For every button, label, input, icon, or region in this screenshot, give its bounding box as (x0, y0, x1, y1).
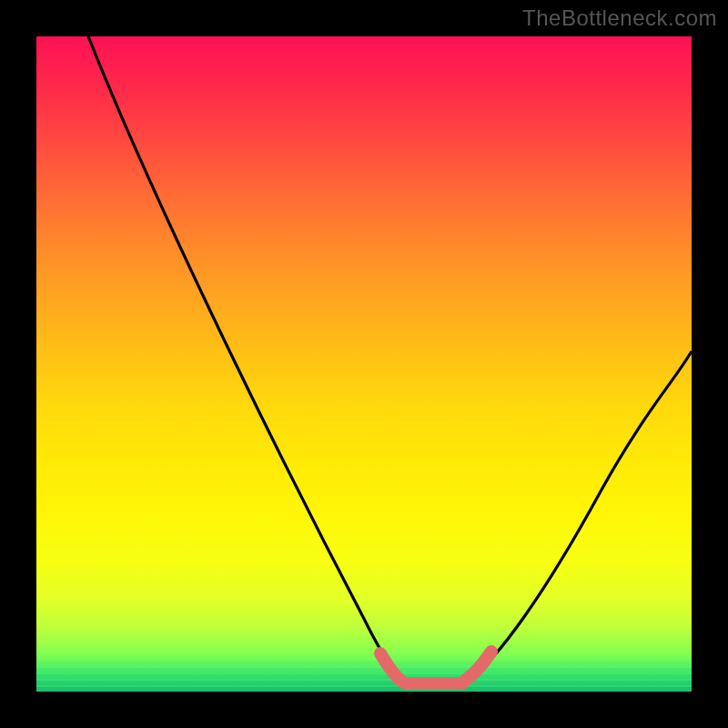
chart-svg (36, 36, 692, 692)
watermark-text: TheBottleneck.com (522, 5, 717, 31)
chart-plot-area (36, 36, 692, 692)
highlight-segment-left (380, 653, 402, 682)
bottleneck-curve (88, 36, 692, 686)
highlight-segment-right (466, 652, 491, 680)
